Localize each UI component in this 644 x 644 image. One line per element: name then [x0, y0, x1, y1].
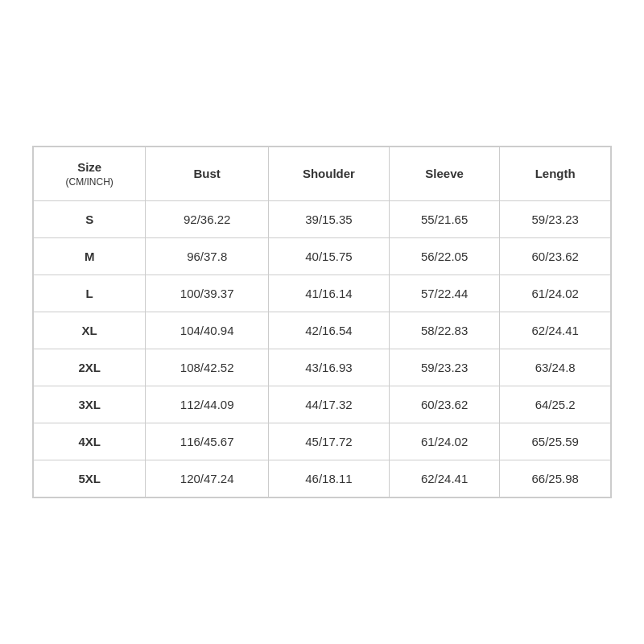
cell-sleeve: 58/22.83 [389, 312, 500, 349]
size-chart-table: Size (CM/INCH) Bust Shoulder Sleeve Leng… [33, 147, 611, 497]
cell-shoulder: 46/18.11 [269, 460, 390, 497]
table-row: 2XL108/42.5243/16.9359/23.2363/24.8 [34, 349, 611, 386]
cell-size: 3XL [34, 386, 146, 423]
cell-length: 60/23.62 [500, 237, 611, 275]
cell-bust: 104/40.94 [146, 312, 269, 349]
cell-sleeve: 62/24.41 [389, 460, 500, 497]
cell-length: 66/25.98 [500, 460, 611, 497]
table-body: S92/36.2239/15.3555/21.6559/23.23M96/37.… [34, 200, 611, 497]
cell-bust: 92/36.22 [146, 200, 269, 237]
cell-size: 5XL [34, 460, 146, 497]
cell-size: 2XL [34, 349, 146, 386]
cell-sleeve: 56/22.05 [389, 237, 500, 275]
cell-sleeve: 55/21.65 [389, 200, 500, 237]
cell-bust: 96/37.8 [146, 237, 269, 275]
header-size: Size (CM/INCH) [34, 147, 146, 201]
cell-bust: 112/44.09 [146, 386, 269, 423]
table-row: XL104/40.9442/16.5458/22.8362/24.41 [34, 312, 611, 349]
table-row: L100/39.3741/16.1457/22.4461/24.02 [34, 275, 611, 312]
cell-bust: 100/39.37 [146, 275, 269, 312]
cell-length: 61/24.02 [500, 275, 611, 312]
cell-sleeve: 61/24.02 [389, 423, 500, 460]
cell-shoulder: 42/16.54 [269, 312, 390, 349]
cell-size: 4XL [34, 423, 146, 460]
header-sleeve: Sleeve [389, 147, 500, 201]
cell-sleeve: 59/23.23 [389, 349, 500, 386]
cell-bust: 108/42.52 [146, 349, 269, 386]
cell-shoulder: 43/16.93 [269, 349, 390, 386]
cell-shoulder: 40/15.75 [269, 237, 390, 275]
table-row: 5XL120/47.2446/18.1162/24.4166/25.98 [34, 460, 611, 497]
cell-shoulder: 39/15.35 [269, 200, 390, 237]
cell-bust: 116/45.67 [146, 423, 269, 460]
header-length: Length [500, 147, 611, 201]
cell-bust: 120/47.24 [146, 460, 269, 497]
cell-length: 63/24.8 [500, 349, 611, 386]
cell-length: 65/25.59 [500, 423, 611, 460]
cell-sleeve: 57/22.44 [389, 275, 500, 312]
table-row: S92/36.2239/15.3555/21.6559/23.23 [34, 200, 611, 237]
cell-shoulder: 44/17.32 [269, 386, 390, 423]
size-chart-container: Size (CM/INCH) Bust Shoulder Sleeve Leng… [32, 146, 612, 498]
table-row: M96/37.840/15.7556/22.0560/23.62 [34, 237, 611, 275]
table-row: 4XL116/45.6745/17.7261/24.0265/25.59 [34, 423, 611, 460]
cell-length: 64/25.2 [500, 386, 611, 423]
cell-shoulder: 41/16.14 [269, 275, 390, 312]
header-bust: Bust [146, 147, 269, 201]
cell-sleeve: 60/23.62 [389, 386, 500, 423]
header-shoulder: Shoulder [269, 147, 390, 201]
cell-length: 62/24.41 [500, 312, 611, 349]
cell-size: S [34, 200, 146, 237]
cell-shoulder: 45/17.72 [269, 423, 390, 460]
cell-size: XL [34, 312, 146, 349]
table-row: 3XL112/44.0944/17.3260/23.6264/25.2 [34, 386, 611, 423]
cell-size: L [34, 275, 146, 312]
cell-size: M [34, 237, 146, 275]
cell-length: 59/23.23 [500, 200, 611, 237]
table-header-row: Size (CM/INCH) Bust Shoulder Sleeve Leng… [34, 147, 611, 201]
